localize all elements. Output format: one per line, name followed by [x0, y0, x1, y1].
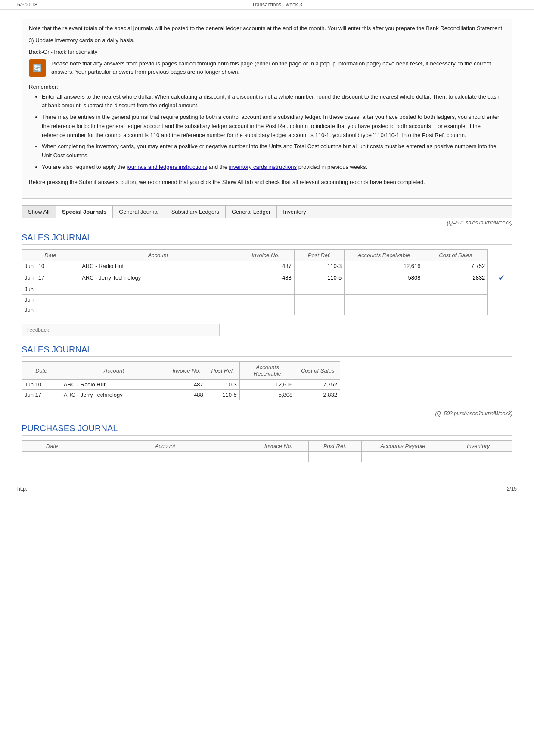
- row2-postref-input[interactable]: [297, 274, 342, 281]
- row5-date: Jun: [22, 305, 79, 315]
- row2-date: Jun 17: [22, 271, 79, 284]
- pj-col-account: Account: [82, 441, 248, 452]
- row4-invoice-input[interactable]: [240, 296, 292, 303]
- backtrack-box: 🔄 Please note that any answers from prev…: [29, 59, 505, 78]
- bullet-item-3: When completing the inventory cards, you…: [42, 142, 505, 160]
- row4-postref[interactable]: [294, 295, 345, 305]
- pj-col-inventory: Inventory: [444, 441, 512, 452]
- row4-account-input[interactable]: [82, 296, 234, 303]
- sj2-row2-postref: 110-5: [206, 390, 239, 400]
- inventory-cards-link[interactable]: inventory cards instructions: [229, 164, 297, 170]
- bullet-item-4: You are also required to apply the journ…: [42, 163, 505, 172]
- row4-ar[interactable]: [345, 295, 423, 305]
- tab-show-all[interactable]: Show All: [22, 206, 56, 218]
- row4-ar-input[interactable]: [347, 296, 420, 303]
- row2-postref[interactable]: [294, 271, 345, 284]
- row1-postref: 110-3: [294, 261, 345, 271]
- row5-account[interactable]: [79, 305, 237, 315]
- row5-check: [488, 305, 512, 315]
- row3-ar[interactable]: [345, 284, 423, 295]
- top-bar-title: Transactions - week 3: [252, 2, 302, 8]
- row3-cos[interactable]: [423, 284, 488, 295]
- note-text1: Note that the relevant totals of the spe…: [29, 24, 505, 33]
- col2-header-invoice: Invoice No.: [167, 362, 206, 380]
- journals-ledgers-link[interactable]: journals and ledgers instructions: [127, 164, 207, 170]
- col2-header-account: Account: [61, 362, 167, 380]
- tab-general-ledger[interactable]: General Ledger: [226, 206, 277, 218]
- row3-date: Jun: [22, 284, 79, 295]
- row4-postref-input[interactable]: [297, 296, 342, 303]
- row2-ar[interactable]: [345, 271, 423, 284]
- col-header-date: Date: [22, 250, 79, 261]
- sj2-row1-date: Jun 10: [22, 380, 61, 390]
- pj-row1-postref[interactable]: [308, 452, 361, 462]
- row2-ar-input[interactable]: [347, 274, 420, 281]
- q-label-2: (Q=502.purchasesJournalWeek3): [22, 409, 512, 419]
- row3-postref[interactable]: [294, 284, 345, 295]
- row3-invoice-input[interactable]: [240, 286, 292, 292]
- row4-invoice[interactable]: [237, 295, 294, 305]
- row3-ar-input[interactable]: [347, 286, 420, 292]
- row1-date: Jun 10: [22, 261, 79, 271]
- row4-cos-input[interactable]: [426, 296, 485, 303]
- row5-invoice-input[interactable]: [240, 307, 292, 313]
- pj-row1-date: [22, 452, 82, 462]
- row3-check: [488, 284, 512, 295]
- row5-ar-input[interactable]: [347, 307, 420, 313]
- pj-row1-inv[interactable]: [444, 452, 512, 462]
- col2-header-postref: Post Ref.: [206, 362, 239, 380]
- sj2-row2-ar: 5,808: [239, 390, 295, 400]
- table-row: Jun: [22, 284, 512, 295]
- instructions-box: Note that the relevant totals of the spe…: [22, 19, 512, 199]
- row5-ar[interactable]: [345, 305, 423, 315]
- pj-row1-ap[interactable]: [361, 452, 444, 462]
- row2-cos-input[interactable]: [426, 274, 485, 281]
- bullet-item-2: There may be entries in the general jour…: [42, 113, 505, 140]
- q-label-1: (Q=501.salesJournalWeek3): [22, 218, 512, 228]
- col-header-ar: Accounts Receivable: [345, 250, 423, 261]
- row2-invoice[interactable]: [237, 271, 294, 284]
- row5-cos-input[interactable]: [426, 307, 485, 313]
- row3-account[interactable]: [79, 284, 237, 295]
- row1-account: ARC - Radio Hut: [79, 261, 237, 271]
- row3-postref-input[interactable]: [297, 286, 342, 292]
- tab-special-journals[interactable]: Special Journals: [56, 206, 113, 218]
- backtrack-text: Please note that any answers from previo…: [51, 59, 505, 76]
- main-content: Note that the relevant totals of the spe…: [0, 10, 534, 479]
- pj-row1-account-input[interactable]: [85, 454, 245, 460]
- table-row: Jun: [22, 305, 512, 315]
- pj-row1-invoice-input[interactable]: [251, 454, 306, 460]
- row3-cos-input[interactable]: [426, 286, 485, 292]
- tab-general-journal[interactable]: General Journal: [113, 206, 165, 218]
- row5-account-input[interactable]: [82, 307, 234, 313]
- row5-invoice[interactable]: [237, 305, 294, 315]
- item3: 3) Update inventory cards on a daily bas…: [29, 37, 505, 44]
- table-row: Jun 17 ARC - Jerry Technology ✔: [22, 271, 512, 284]
- tab-subsidiary-ledgers[interactable]: Subsidiary Ledgers: [165, 206, 226, 218]
- purchases-journal-table: Date Account Invoice No. Post Ref. Accou…: [22, 440, 512, 462]
- checkmark-icon: ✔: [498, 274, 505, 282]
- row3-invoice[interactable]: [237, 284, 294, 295]
- row5-postref[interactable]: [294, 305, 345, 315]
- tab-inventory[interactable]: Inventory: [277, 206, 312, 218]
- row3-account-input[interactable]: [82, 286, 234, 292]
- row2-cos[interactable]: [423, 271, 488, 284]
- before-submit: Before pressing the Submit answers butto…: [29, 178, 505, 187]
- pj-row1-ap-input[interactable]: [364, 454, 442, 460]
- pj-row1-inv-input[interactable]: [447, 454, 509, 460]
- sj2-row1-ar: 12,616: [239, 380, 295, 390]
- sales-journal-2-table: Date Account Invoice No. Post Ref. Accou…: [22, 361, 340, 400]
- pj-row1-invoice[interactable]: [248, 452, 308, 462]
- pj-row1-account[interactable]: [82, 452, 248, 462]
- row4-account[interactable]: [79, 295, 237, 305]
- row4-cos[interactable]: [423, 295, 488, 305]
- remember-section: Remember: Enter all answers to the neare…: [29, 84, 505, 172]
- col2-header-date: Date: [22, 362, 61, 380]
- row5-cos[interactable]: [423, 305, 488, 315]
- row2-invoice-input[interactable]: [240, 274, 292, 281]
- col2-header-cos: Cost of Sales: [295, 362, 340, 380]
- sales-journal-1: SALES JOURNAL Date Account Invoice No. P…: [22, 233, 512, 315]
- row5-postref-input[interactable]: [297, 307, 342, 313]
- pj-row1-postref-input[interactable]: [311, 454, 359, 460]
- sj2-row2-invoice: 488: [167, 390, 206, 400]
